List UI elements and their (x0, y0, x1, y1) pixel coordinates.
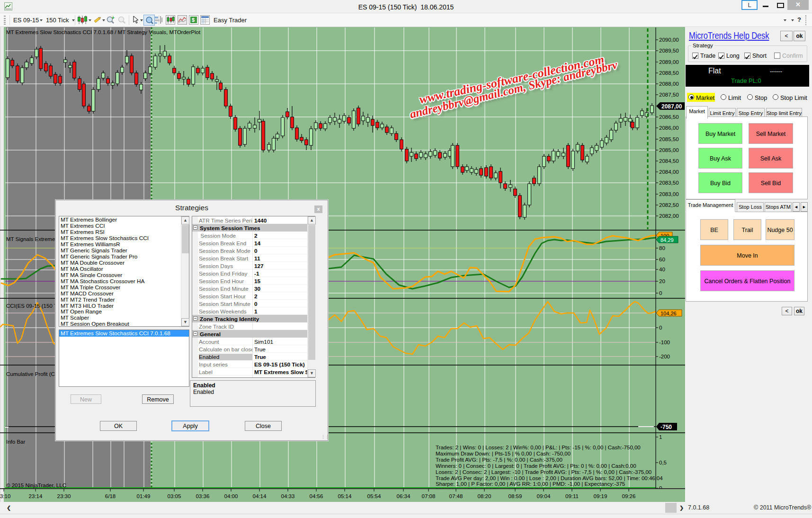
svg-text:40: 40 (659, 267, 665, 272)
svg-text:6/18: 6/18 (105, 493, 116, 499)
svg-text:07:48: 07:48 (449, 493, 463, 499)
svg-text:2087,00: 2087,00 (661, 103, 682, 110)
svg-text:Sharpe: 1,00 | P Factor: 0,00: Sharpe: 1,00 | P Factor: 0,00 | AVG RR: … (436, 481, 625, 487)
svg-text:-750: -750 (660, 424, 672, 430)
svg-text:23:14: 23:14 (29, 493, 43, 499)
svg-text:2082,50: 2082,50 (659, 202, 679, 208)
svg-text:80: 80 (659, 245, 665, 251)
svg-text:23:10: 23:10 (0, 493, 10, 499)
svg-text:+: + (112, 16, 115, 20)
svg-text:2089,00: 2089,00 (659, 59, 679, 65)
svg-text:CCI(ES 09-15 (150 T: CCI(ES 09-15 (150 T (6, 303, 57, 309)
svg-text:2086,00: 2086,00 (659, 125, 679, 131)
svg-text:2085,50: 2085,50 (659, 136, 679, 142)
svg-text:09:11: 09:11 (565, 493, 579, 499)
svg-text:2082,00: 2082,00 (659, 213, 679, 219)
svg-text:2090,00: 2090,00 (659, 37, 679, 43)
svg-text:MT Extremes Slow Stochastics C: MT Extremes Slow Stochastics CCI 7.0.1.6… (6, 29, 201, 35)
svg-text:© 2015 NinjaTrader, LLC: © 2015 NinjaTrader, LLC (6, 482, 66, 488)
svg-text:$: $ (192, 17, 195, 23)
svg-text:01:49: 01:49 (137, 493, 151, 499)
svg-text:0: 0 (659, 290, 662, 296)
svg-text:03:36: 03:36 (196, 493, 210, 499)
svg-text:2084,00: 2084,00 (659, 169, 679, 175)
svg-text:0: 0 (659, 325, 662, 330)
svg-text:MT Signals Extreme: MT Signals Extreme (6, 236, 55, 242)
svg-text:2083,50: 2083,50 (659, 180, 679, 186)
svg-text:2085,00: 2085,00 (659, 147, 679, 153)
svg-text:08:20: 08:20 (478, 493, 491, 499)
svg-text:2086,50: 2086,50 (659, 114, 679, 120)
svg-text:-200: -200 (659, 354, 670, 359)
svg-text:-100: -100 (659, 339, 670, 345)
svg-text:Trade Profit AVG: | Pts: -7,5: Trade Profit AVG: | Pts: -7,5 | %: 0.00 … (436, 457, 562, 463)
svg-text:Trade AVG Per day: 2,00 | Win: Trade AVG Per day: 2,00 | Win : 0.00 | L… (436, 475, 663, 481)
svg-text:23:30: 23:30 (57, 493, 71, 499)
svg-text:2087,50: 2087,50 (659, 92, 679, 98)
svg-text:2088,00: 2088,00 (659, 81, 679, 87)
svg-text:05:54: 05:54 (367, 493, 381, 499)
svg-text:2084,50: 2084,50 (659, 158, 679, 164)
svg-text:0,5: 0,5 (659, 460, 667, 465)
svg-text:08:59: 08:59 (509, 493, 522, 499)
svg-text:09:19: 09:19 (594, 493, 607, 499)
svg-text:Losers: 2 | Consec: 2 | Larges: Losers: 2 | Consec: 2 | Largest: -10 | T… (436, 469, 651, 475)
svg-text:Cumulative Profit (Ca: Cumulative Profit (Ca (6, 371, 58, 377)
svg-text:Trades: 2 | Wins: 0 | Losses:: Trades: 2 | Wins: 0 | Losses: 2 | Win%: … (436, 445, 641, 450)
svg-text:84,29: 84,29 (660, 237, 674, 243)
svg-text:Winners: 0 | Consec: 0 | Large: Winners: 0 | Consec: 0 | Largest: 0 | Tr… (436, 463, 636, 469)
svg-text:Maximum Draw Down: | Pts-15 |: Maximum Draw Down: | Pts-15 | % 0,00 | C… (436, 451, 571, 456)
svg-text:09:26: 09:26 (622, 493, 636, 499)
svg-text:05:14: 05:14 (338, 493, 352, 499)
svg-text:60: 60 (659, 257, 665, 262)
svg-text:Info Bar: Info Bar (6, 439, 25, 445)
svg-text:20: 20 (659, 278, 665, 284)
svg-text:09:04: 09:04 (537, 493, 551, 499)
svg-text:2089,50: 2089,50 (659, 48, 679, 54)
svg-text:03:05: 03:05 (168, 493, 181, 499)
svg-text:1: 1 (659, 434, 662, 440)
svg-text:04:00: 04:00 (224, 493, 238, 499)
svg-text:2083,00: 2083,00 (659, 191, 679, 197)
svg-text:04:56: 04:56 (310, 493, 323, 499)
svg-text:07:08: 07:08 (422, 493, 436, 499)
svg-text:04:14: 04:14 (253, 493, 267, 499)
svg-text:104,26: 104,26 (660, 311, 677, 316)
svg-text:04:33: 04:33 (281, 493, 295, 499)
svg-text:06:34: 06:34 (397, 493, 410, 499)
svg-text:2088,50: 2088,50 (659, 70, 679, 76)
